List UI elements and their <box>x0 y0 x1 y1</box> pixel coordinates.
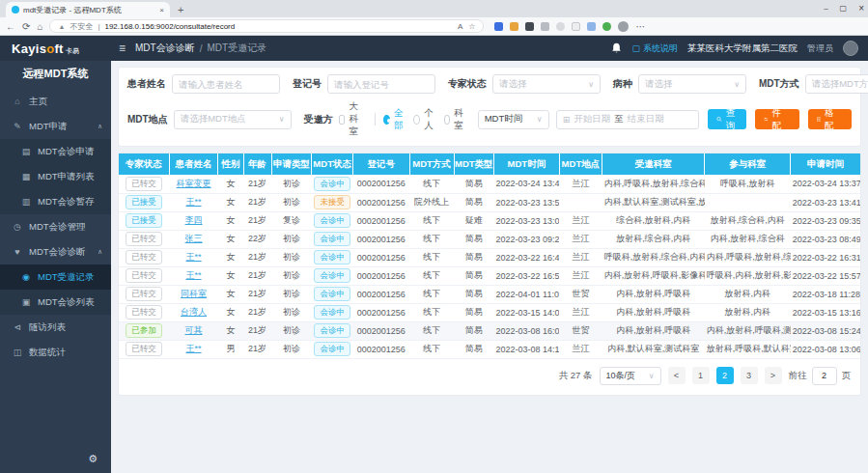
page-size-select[interactable]: 10条/页 ∨ <box>600 367 661 385</box>
table-row[interactable]: 已接受 李四 女21岁复诊 会诊中 0002001256线下疑难 2022-03… <box>119 211 860 230</box>
mdt-location-label: MDT地点 <box>127 113 168 126</box>
invitee-radio-all-label[interactable]: 全部 <box>394 107 405 132</box>
big-dept-checkbox[interactable] <box>339 115 346 125</box>
patient-name-link[interactable]: 科室变更 <box>177 179 211 188</box>
table-row[interactable]: 已转交 同科室 女21岁初诊 会诊中 0002001256线下简易 2022-0… <box>119 285 860 303</box>
window-minimize-button[interactable]: – <box>824 4 827 13</box>
invitee-radio-personal[interactable] <box>413 115 420 125</box>
patient-name-link[interactable]: 王** <box>186 344 202 353</box>
disease-select[interactable]: 请选择 ∨ <box>638 74 746 94</box>
browser-menu-icon[interactable]: ⋯ <box>635 21 645 32</box>
search-button[interactable]: 查询 <box>708 109 747 129</box>
patient-name-input[interactable] <box>172 74 280 94</box>
sidebar-item-invited-records[interactable]: ◉ MDT受邀记录 <box>0 264 111 290</box>
register-no-input[interactable] <box>327 74 435 94</box>
page-button-3[interactable]: 3 <box>741 367 758 384</box>
table-config-button[interactable]: 表格配置 <box>808 109 852 129</box>
table-row[interactable]: 已转交 张三 女22岁初诊 会诊中 0002001256线下简易 2022-03… <box>119 230 860 248</box>
extension-badge-icon[interactable] <box>602 22 611 31</box>
chart-icon: ◫ <box>13 348 22 357</box>
table-row[interactable]: 已转交 王** 男21岁初诊 会诊中 0002001256线下简易 2022-0… <box>119 340 860 358</box>
extension-icon[interactable] <box>494 22 503 31</box>
prev-page-button[interactable]: < <box>668 367 686 384</box>
page-button-1[interactable]: 1 <box>692 367 710 384</box>
sidebar-item-home[interactable]: ⌂ 主页 <box>0 89 111 114</box>
home-icon[interactable]: ⌂ <box>37 21 42 32</box>
edit-icon: ✎ <box>13 122 22 131</box>
date-range-to: 至 <box>614 113 624 125</box>
user-avatar[interactable] <box>843 41 858 56</box>
divider <box>375 113 376 125</box>
extension-icon[interactable] <box>556 22 565 31</box>
sidebar-item-mdt-apply[interactable]: ✎ MDT申请 ∧ <box>0 114 111 139</box>
extension-icon[interactable] <box>510 22 518 31</box>
col-apply-time: 申请时间 <box>791 153 860 175</box>
table-row[interactable]: 已转交 科室变更 女21岁初诊 会诊中 0002001256线下简易 2022-… <box>119 175 860 193</box>
patient-name-link[interactable]: 张三 <box>185 234 203 243</box>
expert-status-badge: 已接受 <box>126 213 162 229</box>
address-bar[interactable]: ▲ 不安全 | 192.168.0.156:9002/consultate/re… <box>49 19 484 33</box>
sidebar-item-consult-draft[interactable]: ▥ MDT会诊暂存 <box>0 189 111 214</box>
goto-page-input[interactable]: 2 <box>812 367 837 385</box>
browser-navbar: ← ⟳ ⌂ ▲ 不安全 | 192.168.0.156:9002/consult… <box>0 17 868 36</box>
table-row[interactable]: 已转交 台湾人 女21岁初诊 会诊中 0002001256线下简易 2022-0… <box>119 303 860 321</box>
collapse-menu-icon[interactable]: ≡ <box>119 42 126 55</box>
table-row[interactable]: 已参加 可其 女21岁初诊 会诊中 0002001256线下简易 2022-03… <box>119 321 860 340</box>
patient-name-link[interactable]: 同科室 <box>181 289 207 298</box>
chevron-up-icon: ∧ <box>98 123 102 130</box>
collections-icon[interactable] <box>587 22 596 31</box>
notification-bell-icon[interactable] <box>611 42 622 54</box>
browser-tab[interactable]: mdt受邀记录 - 远程MDT系统 × <box>6 2 170 17</box>
table-row[interactable]: 已转交 王** 女21岁初诊 会诊中 0002001256线下简易 2022-0… <box>119 248 860 266</box>
refresh-icon[interactable]: ⟳ <box>22 21 30 32</box>
invitee-radio-all[interactable] <box>383 115 390 125</box>
patient-name-link[interactable]: 可其 <box>185 325 203 335</box>
window-close-button[interactable]: × <box>858 3 864 14</box>
sidebar-item-statistics[interactable]: ◫ 数据统计 <box>0 340 111 365</box>
system-note-link[interactable]: ▢ 系统说明 <box>631 42 678 55</box>
patient-name-link[interactable]: 王** <box>186 252 202 262</box>
favorite-star-icon[interactable]: ☆ <box>468 22 475 31</box>
mdt-status-badge: 会诊中 <box>314 323 350 339</box>
extension-icon[interactable] <box>541 22 549 31</box>
extension-icon[interactable] <box>525 22 534 31</box>
back-icon[interactable]: ← <box>6 21 15 32</box>
sidebar-item-consult-apply[interactable]: ▤ MDT会诊申请 <box>0 139 111 164</box>
sidebar-item-consult-diagnose[interactable]: ♥ MDT会诊诊断 ∧ <box>0 239 111 264</box>
split-screen-icon[interactable] <box>572 22 580 31</box>
sidebar-item-apply-list[interactable]: ▦ MDT申请列表 <box>0 164 111 189</box>
invitee-radio-dept-label[interactable]: 科室 <box>454 107 464 132</box>
patient-name-link[interactable]: 李四 <box>185 215 203 225</box>
time-field-select[interactable]: MDT时间 ∨ <box>478 110 549 129</box>
condition-config-button[interactable]: 条件配置 <box>755 109 798 129</box>
sidebar-item-consult-manage[interactable]: ◷ MDT会诊管理 <box>0 214 111 239</box>
read-aloud-icon[interactable]: A <box>458 22 462 31</box>
mdt-location-select[interactable]: 请选择MDT地点 ∨ <box>174 110 292 129</box>
table-icon <box>817 115 821 124</box>
tab-close-icon[interactable]: × <box>159 6 164 14</box>
hospital-name: 某某医科大学附属第二医院 <box>687 42 798 55</box>
big-dept-checkbox-label[interactable]: 大科室 <box>349 100 365 138</box>
table-row[interactable]: 已接受 王** 女21岁初诊 未接受 0002001256院外线上简易 2022… <box>119 193 860 211</box>
patient-name-link[interactable]: 王** <box>186 270 202 280</box>
patient-name-link[interactable]: 台湾人 <box>181 307 207 317</box>
window-maximize-button[interactable]: ▢ <box>840 4 848 13</box>
date-range-picker[interactable]: ⊞ 开始日期 至 结束日期 <box>556 110 699 129</box>
next-page-button[interactable]: > <box>765 367 782 384</box>
sidebar-item-followup-list[interactable]: ⊲ 随访列表 <box>0 315 111 340</box>
invitee-radio-personal-label[interactable]: 个人 <box>424 107 434 132</box>
new-tab-button[interactable]: + <box>178 4 183 17</box>
sidebar-item-consult-list[interactable]: ▣ MDT会诊列表 <box>0 290 111 315</box>
col-mdt-location: MDT地点 <box>559 153 602 175</box>
invitee-radio-dept[interactable] <box>444 115 451 125</box>
page-button-2[interactable]: 2 <box>716 367 734 384</box>
not-secure-warning-icon: ▲ <box>58 23 65 30</box>
patient-name-link[interactable]: 王** <box>186 197 202 207</box>
mdt-mode-select[interactable]: 请选择MDT方式 ∨ <box>805 74 868 94</box>
settings-gear-icon[interactable]: ⚙ <box>88 453 98 465</box>
browser-profile-avatar[interactable] <box>618 21 629 32</box>
expert-status-badge: 已转交 <box>126 287 162 302</box>
expert-status-select[interactable]: 请选择 ∨ <box>492 74 601 94</box>
breadcrumb-section[interactable]: MDT会诊诊断 <box>135 42 195 55</box>
table-row[interactable]: 已转交 王** 女21岁初诊 会诊中 0002001256线下简易 2022-0… <box>119 266 860 285</box>
